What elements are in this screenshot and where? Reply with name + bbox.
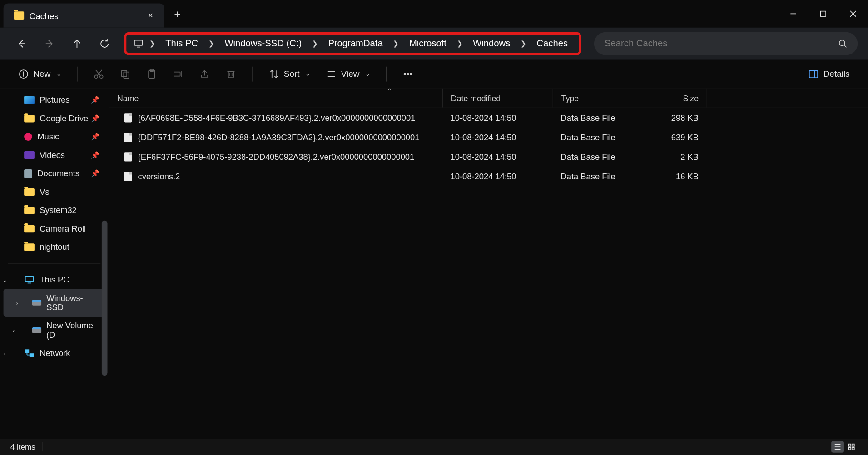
pic-icon xyxy=(24,96,35,104)
view-label: View xyxy=(341,69,360,79)
video-icon xyxy=(24,151,35,159)
sidebar-item-label: System32 xyxy=(40,206,77,215)
chevron-right-icon[interactable]: ❯ xyxy=(452,40,467,48)
sidebar-item-label: Google Drive xyxy=(40,114,88,123)
sidebar-item-label: Network xyxy=(40,349,70,358)
titlebar: Caches ✕ ＋ xyxy=(0,0,868,28)
chevron-down-icon: ⌄ xyxy=(305,71,310,77)
chevron-right-icon[interactable]: ❯ xyxy=(388,40,403,48)
chevron-right-icon[interactable]: ❯ xyxy=(516,40,531,48)
file-row[interactable]: {EF6F37FC-56F9-4075-9238-2DD405092A38}.2… xyxy=(109,147,868,167)
breadcrumb-this-pc[interactable]: This PC xyxy=(160,39,204,49)
sidebar-item[interactable]: Google Drive 📌 xyxy=(0,109,109,127)
svg-point-34 xyxy=(404,73,405,74)
pin-icon: 📌 xyxy=(91,114,99,123)
maximize-button[interactable] xyxy=(808,0,838,28)
sidebar-this-pc[interactable]: ⌄ This PC xyxy=(0,271,109,289)
breadcrumb-programdata[interactable]: ProgramData xyxy=(322,39,389,49)
column-date[interactable]: Date modified xyxy=(442,89,553,108)
file-date: 10-08-2024 14:50 xyxy=(442,113,553,122)
share-button[interactable] xyxy=(193,65,215,83)
back-button[interactable] xyxy=(10,33,34,54)
sidebar-item-label: This PC xyxy=(40,275,69,284)
navigation-bar: ❯ This PC ❯ Windows-SSD (C:) ❯ ProgramDa… xyxy=(0,28,868,60)
file-name: {6AF0698E-D558-4F6E-9B3C-3716689AF493}.2… xyxy=(138,113,416,122)
chevron-right-icon[interactable]: › xyxy=(1,350,8,356)
breadcrumb-drive[interactable]: Windows-SSD (C:) xyxy=(219,39,308,49)
sidebar: Pictures 📌 Google Drive 📌 Music 📌 Videos… xyxy=(0,89,109,439)
cut-button[interactable] xyxy=(88,65,110,83)
paste-button[interactable] xyxy=(141,65,163,83)
sidebar-item[interactable]: Pictures 📌 xyxy=(0,91,109,109)
chevron-right-icon[interactable]: ❯ xyxy=(308,40,322,48)
view-details-toggle[interactable] xyxy=(831,441,844,452)
sidebar-item[interactable]: nightout xyxy=(0,238,109,256)
network-icon xyxy=(24,349,35,358)
address-bar[interactable]: ❯ This PC ❯ Windows-SSD (C:) ❯ ProgramDa… xyxy=(124,32,581,55)
file-name: cversions.2 xyxy=(138,172,180,181)
copy-button[interactable] xyxy=(114,65,136,83)
rename-button[interactable] xyxy=(167,65,189,83)
breadcrumb-windows[interactable]: Windows xyxy=(467,39,516,49)
svg-rect-42 xyxy=(30,354,34,356)
tab-close-button[interactable]: ✕ xyxy=(145,10,156,21)
breadcrumb-caches[interactable]: Caches xyxy=(531,39,574,49)
file-size: 2 KB xyxy=(645,152,707,161)
sort-button[interactable]: Sort ⌄ xyxy=(263,65,316,83)
sidebar-network[interactable]: › Network xyxy=(0,344,109,362)
svg-line-10 xyxy=(844,45,846,47)
chevron-down-icon[interactable]: ⌄ xyxy=(1,277,8,283)
pc-icon xyxy=(132,40,145,48)
window-tab[interactable]: Caches ✕ xyxy=(4,4,164,28)
chevron-right-icon[interactable]: ❯ xyxy=(145,40,160,48)
scrollbar-thumb[interactable] xyxy=(102,221,108,376)
svg-rect-50 xyxy=(848,447,851,450)
file-row[interactable]: cversions.2 10-08-2024 14:50 Data Base F… xyxy=(109,167,868,186)
more-button[interactable] xyxy=(397,65,419,83)
file-type: Data Base File xyxy=(553,113,645,122)
up-button[interactable] xyxy=(65,33,89,54)
new-button[interactable]: New ⌄ xyxy=(13,65,67,83)
view-thumbnails-toggle[interactable] xyxy=(845,441,858,452)
svg-rect-1 xyxy=(821,11,826,16)
view-button[interactable]: View ⌄ xyxy=(320,65,376,83)
status-item-count: 4 items xyxy=(10,443,35,451)
svg-rect-48 xyxy=(848,444,851,446)
sidebar-item[interactable]: System32 xyxy=(0,201,109,219)
close-button[interactable] xyxy=(838,0,868,28)
search-box[interactable] xyxy=(594,32,858,55)
file-size: 298 KB xyxy=(645,113,707,122)
sidebar-item[interactable]: Videos 📌 xyxy=(0,146,109,164)
file-icon xyxy=(124,172,132,181)
file-icon xyxy=(124,152,132,161)
svg-rect-41 xyxy=(25,350,29,352)
delete-button[interactable] xyxy=(220,65,242,83)
breadcrumb-microsoft[interactable]: Microsoft xyxy=(403,39,452,49)
file-date: 10-08-2024 14:50 xyxy=(442,133,553,142)
file-row[interactable]: {DDF571F2-BE98-426D-8288-1A9A39C3FDA2}.2… xyxy=(109,128,868,147)
svg-point-9 xyxy=(839,40,845,46)
new-tab-button[interactable]: ＋ xyxy=(164,0,191,28)
sidebar-drive[interactable]: › Windows-SSD xyxy=(4,289,105,317)
sidebar-item[interactable]: Vs xyxy=(0,183,109,201)
svg-rect-18 xyxy=(122,70,127,77)
chevron-right-icon[interactable]: ❯ xyxy=(204,40,219,48)
forward-button[interactable] xyxy=(38,33,61,54)
minimize-button[interactable] xyxy=(779,0,808,28)
column-type[interactable]: Type xyxy=(553,89,645,108)
file-row[interactable]: {6AF0698E-D558-4F6E-9B3C-3716689AF493}.2… xyxy=(109,108,868,128)
sidebar-item[interactable]: Camera Roll xyxy=(0,219,109,237)
details-pane-button[interactable]: Details xyxy=(803,65,855,83)
chevron-right-icon[interactable]: › xyxy=(10,327,17,333)
sort-label: Sort xyxy=(284,69,300,79)
column-label: Name xyxy=(117,94,139,103)
sidebar-drive[interactable]: › New Volume (D xyxy=(0,317,109,344)
column-size[interactable]: Size xyxy=(645,89,707,108)
sidebar-item[interactable]: Music 📌 xyxy=(0,128,109,146)
sidebar-item[interactable]: Documents 📌 xyxy=(0,164,109,183)
search-input[interactable] xyxy=(605,39,838,49)
chevron-down-icon: ⌄ xyxy=(56,71,61,77)
pin-icon: 📌 xyxy=(91,151,99,159)
refresh-button[interactable] xyxy=(93,33,116,54)
chevron-right-icon[interactable]: › xyxy=(14,300,20,306)
